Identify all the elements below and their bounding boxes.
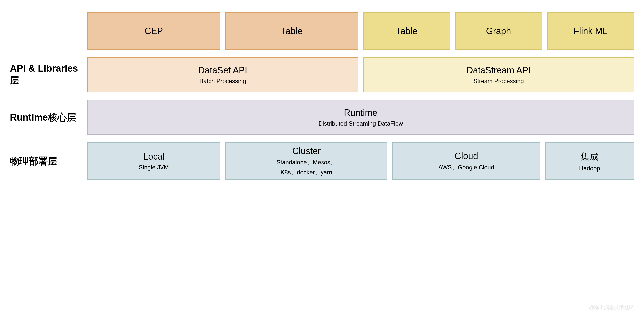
lib-table-batch: Table [226, 13, 358, 50]
deploy-cloud-title: Cloud [454, 151, 478, 162]
runtime-subtitle: Distributed Streaming DataFlow [318, 120, 403, 127]
deploy-row: 物理部署层 Local Single JVM Cluster Standalon… [10, 142, 634, 180]
runtime-title: Runtime [344, 108, 378, 118]
lib-label: CEP [144, 26, 163, 37]
batch-libraries: CEP Table [87, 13, 358, 50]
deploy-local: Local Single JVM [87, 142, 220, 180]
libraries-content: CEP Table Table Graph Flink ML [87, 13, 634, 50]
deploy-integration: 集成 Hadoop [545, 142, 634, 180]
deploy-cluster-subtitle2: K8s、docker、yarn [280, 169, 332, 177]
api-content: DataSet API Batch Processing DataStream … [87, 58, 634, 92]
datastream-api-subtitle: Stream Processing [473, 78, 524, 85]
lib-label: Table [396, 26, 417, 37]
api-row: API & Libraries层 DataSet API Batch Proce… [10, 58, 634, 92]
runtime-row: Runtime核心层 Runtime Distributed Streaming… [10, 100, 634, 135]
runtime-label: Runtime核心层 [10, 111, 80, 124]
deploy-cloud-subtitle: AWS、Google Cloud [438, 164, 494, 172]
api-libraries-label: API & Libraries层 [10, 63, 80, 87]
deploy-cluster: Cluster Standalone、Mesos、 K8s、docker、yar… [226, 142, 388, 180]
lib-table-stream: Table [363, 13, 450, 50]
deploy-cluster-subtitle1: Standalone、Mesos、 [276, 159, 336, 167]
lib-label: Table [281, 26, 302, 37]
libraries-row: CEP Table Table Graph Flink ML [10, 13, 634, 50]
deploy-integration-subtitle: Hadoop [579, 165, 600, 172]
lib-label: Flink ML [574, 26, 608, 37]
lib-flink-ml: Flink ML [547, 13, 634, 50]
deploy-integration-title: 集成 [580, 151, 598, 163]
runtime-box: Runtime Distributed Streaming DataFlow [87, 100, 634, 135]
datastream-api-title: DataStream API [466, 65, 531, 76]
stream-libraries: Table Graph Flink ML [363, 13, 634, 50]
deploy-local-subtitle: Single JVM [139, 164, 169, 171]
deploy-cloud: Cloud AWS、Google Cloud [392, 142, 540, 180]
runtime-content: Runtime Distributed Streaming DataFlow [87, 100, 634, 135]
deploy-content: Local Single JVM Cluster Standalone、Meso… [87, 142, 634, 180]
deploy-cluster-title: Cluster [292, 146, 320, 156]
lib-cep: CEP [87, 13, 220, 50]
lib-graph: Graph [455, 13, 542, 50]
watermark: @稀土掘金技术社区 [589, 304, 634, 311]
datastream-api-box: DataStream API Stream Processing [363, 58, 634, 92]
lib-label: Graph [486, 26, 511, 37]
dataset-api-subtitle: Batch Processing [200, 78, 246, 85]
flink-architecture-diagram: CEP Table Table Graph Flink ML API & Li [10, 13, 634, 180]
deploy-local-title: Local [143, 151, 164, 162]
dataset-api-title: DataSet API [198, 65, 247, 76]
deploy-label: 物理部署层 [10, 155, 80, 168]
dataset-api-box: DataSet API Batch Processing [87, 58, 358, 92]
